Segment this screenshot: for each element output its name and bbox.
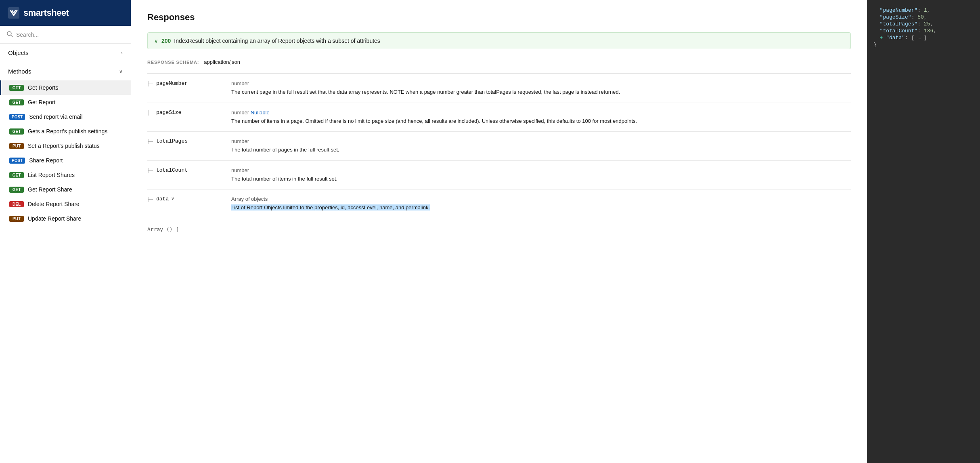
field-name-text-totalCount: totalCount — [156, 167, 188, 173]
field-name-col-data: ⊢data ∨ — [147, 189, 228, 218]
field-connector-pageNumber: ⊢ — [147, 80, 154, 88]
objects-label: Objects — [8, 49, 29, 56]
field-name-text-totalPages: totalPages — [156, 138, 188, 144]
logo-mark — [8, 7, 19, 19]
highlighted-text: List of Report Objects limited to the pr… — [231, 204, 430, 210]
methods-section-header[interactable]: Methods ∨ — [0, 62, 131, 80]
field-connector-pageSize: ⊢ — [147, 109, 154, 117]
field-connector-data: ⊢ — [147, 196, 154, 203]
page-title: Responses — [147, 12, 851, 23]
objects-section: Objects › — [0, 44, 131, 62]
code-line-5: } — [873, 42, 974, 48]
nullable-label: Nullable — [251, 109, 270, 116]
response-code: 200 — [161, 38, 171, 44]
field-desc-col-pageNumber: numberThe current page in the full resul… — [228, 74, 851, 103]
field-expand-data[interactable]: ∨ — [171, 196, 174, 201]
response-banner[interactable]: ∨ 200 IndexResult object containing an a… — [147, 32, 851, 49]
field-connector-totalPages: ⊢ — [147, 138, 154, 145]
code-line-2: "totalPages": 25, — [873, 21, 974, 27]
objects-chevron: › — [121, 50, 123, 56]
schema-field-totalCount: ⊢totalCountnumberThe total number of ite… — [147, 160, 851, 189]
sidebar-item-share-report[interactable]: POSTShare Report — [0, 153, 131, 168]
method-badge-get-reports: GET — [9, 85, 24, 91]
method-badge-update-report-share: PUT — [9, 216, 24, 222]
sidebar-item-get-reports[interactable]: GETGet Reports — [0, 80, 131, 95]
sidebar-item-send-report-email[interactable]: POSTSend report via email — [0, 109, 131, 124]
nav-item-label-get-reports: Get Reports — [28, 84, 58, 91]
sidebar-item-set-publish-status[interactable]: PUTSet a Report's publish status — [0, 139, 131, 153]
sidebar-item-list-report-shares[interactable]: GETList Report Shares — [0, 168, 131, 182]
field-desc-col-data: Array of objectsList of Report Objects l… — [228, 189, 851, 218]
method-badge-list-report-shares: GET — [9, 172, 24, 178]
search-placeholder: Search... — [16, 32, 39, 38]
nav-item-label-gets-publish-settings: Gets a Report's publish settings — [28, 128, 107, 135]
code-line-3: "totalCount": 136, — [873, 28, 974, 34]
field-desc-col-pageSize: number NullableThe number of items in a … — [228, 103, 851, 132]
nav-item-label-send-report-email: Send report via email — [29, 114, 82, 120]
array-footer: Array () [ — [147, 226, 851, 232]
field-name-text-pageNumber: pageNumber — [156, 80, 188, 86]
code-line-4: + "data": [ … ] — [873, 35, 974, 41]
method-badge-send-report-email: POST — [9, 114, 25, 120]
search-box[interactable]: Search... — [6, 31, 124, 38]
response-chevron-icon: ∨ — [154, 38, 158, 44]
method-badge-delete-report-share: DEL — [9, 201, 24, 207]
method-badge-get-report-share: GET — [9, 187, 24, 193]
field-description-pageNumber: The current page in the full result set … — [231, 88, 851, 96]
method-badge-set-publish-status: PUT — [9, 143, 24, 149]
methods-label: Methods — [8, 68, 31, 75]
schema-type: application/json — [204, 59, 240, 65]
field-desc-col-totalCount: numberThe total number of items in the f… — [228, 161, 851, 189]
nav-item-label-list-report-shares: List Report Shares — [28, 172, 75, 178]
nav-item-label-delete-report-share: Delete Report Share — [28, 201, 80, 207]
code-lines: "pageNumber": 1, "pageSize": 50, "totalP… — [873, 7, 974, 48]
field-name-col-totalPages: ⊢totalPages — [147, 132, 228, 160]
code-line-0: "pageNumber": 1, — [873, 7, 974, 13]
nav-item-label-share-report: Share Report — [29, 157, 63, 164]
method-badge-share-report: POST — [9, 158, 25, 164]
objects-section-header[interactable]: Objects › — [0, 44, 131, 62]
field-type-data: Array of objects — [231, 196, 851, 202]
field-type-pageNumber: number — [231, 80, 851, 86]
code-line-1: "pageSize": 50, — [873, 14, 974, 20]
method-badge-gets-publish-settings: GET — [9, 128, 24, 135]
method-badge-get-report: GET — [9, 99, 24, 105]
field-name-text-pageSize: pageSize — [156, 109, 181, 116]
field-type-totalPages: number — [231, 138, 851, 144]
field-connector-totalCount: ⊢ — [147, 167, 154, 175]
sidebar-item-gets-publish-settings[interactable]: GETGets a Report's publish settings — [0, 124, 131, 139]
main-content: Responses ∨ 200 IndexResult object conta… — [131, 0, 867, 463]
schema-field-pageSize: ⊢pageSizenumber NullableThe number of it… — [147, 103, 851, 132]
nav-item-label-get-report-share: Get Report Share — [28, 186, 72, 193]
nav-item-label-update-report-share: Update Report Share — [28, 215, 81, 222]
logo-text: smartsheet — [23, 8, 69, 18]
field-name-col-totalCount: ⊢totalCount — [147, 161, 228, 189]
code-panel: "pageNumber": 1, "pageSize": 50, "totalP… — [867, 0, 980, 463]
field-description-totalCount: The total number of items in the full re… — [231, 175, 851, 183]
sidebar-item-update-report-share[interactable]: PUTUpdate Report Share — [0, 211, 131, 226]
search-container[interactable]: Search... — [0, 26, 131, 44]
nav-item-label-set-publish-status: Set a Report's publish status — [28, 143, 100, 149]
search-icon — [6, 31, 13, 38]
field-name-text-data: data — [156, 196, 169, 202]
schema-label: RESPONSE SCHEMA: — [147, 60, 199, 65]
sidebar-item-get-report[interactable]: GETGet Report — [0, 95, 131, 109]
schema-field-pageNumber: ⊢pageNumbernumberThe current page in the… — [147, 73, 851, 103]
sidebar-item-get-report-share[interactable]: GETGet Report Share — [0, 182, 131, 197]
response-description: IndexResult object containing an array o… — [174, 38, 380, 44]
sidebar-item-delete-report-share[interactable]: DELDelete Report Share — [0, 197, 131, 211]
field-name-col-pageSize: ⊢pageSize — [147, 103, 228, 132]
field-desc-col-totalPages: numberThe total number of pages in the f… — [228, 132, 851, 160]
schema-field-data: ⊢data ∨Array of objectsList of Report Ob… — [147, 189, 851, 218]
field-type-pageSize: number Nullable — [231, 109, 851, 116]
nav-item-label-get-report: Get Report — [28, 99, 55, 105]
field-description-data: List of Report Objects limited to the pr… — [231, 204, 851, 212]
field-type-totalCount: number — [231, 167, 851, 173]
field-description-totalPages: The total number of pages in the full re… — [231, 146, 851, 154]
sidebar-header: smartsheet — [0, 0, 131, 26]
sidebar: smartsheet Search... Objects › Methods — [0, 0, 131, 463]
field-name-col-pageNumber: ⊢pageNumber — [147, 74, 228, 103]
methods-chevron: ∨ — [119, 69, 123, 74]
schema-fields: ⊢pageNumbernumberThe current page in the… — [147, 73, 851, 218]
field-description-pageSize: The number of items in a page. Omitted i… — [231, 117, 851, 125]
